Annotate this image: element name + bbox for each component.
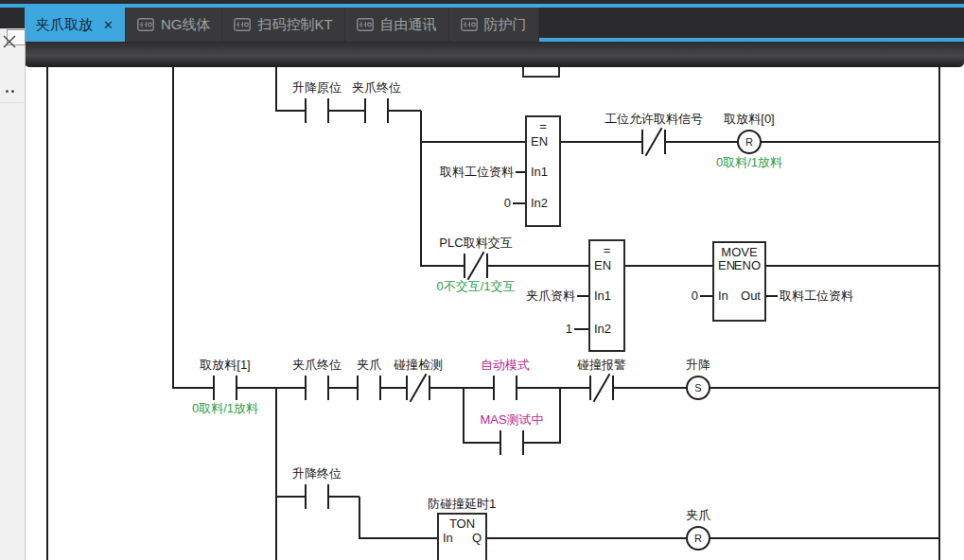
block-pin-label: In1 bbox=[531, 165, 548, 180]
contact-label: 自动模式 bbox=[420, 358, 590, 373]
wire-vertical bbox=[275, 388, 277, 560]
contact-label: 取放料[1] bbox=[140, 358, 310, 373]
ladder-coil[interactable]: R bbox=[686, 526, 710, 551]
operand-label: 1 bbox=[402, 322, 572, 337]
wire-horizontal bbox=[421, 141, 527, 143]
coil-comment: 0取料/1放料 bbox=[664, 155, 834, 170]
nc-slash bbox=[410, 374, 428, 402]
block-pin-label: EN bbox=[531, 134, 548, 149]
ladder-coil[interactable]: R bbox=[737, 130, 762, 154]
wire-horizontal bbox=[764, 295, 778, 297]
tab-label: 自由通讯 bbox=[380, 16, 437, 34]
block-pin-label: ENO bbox=[734, 258, 761, 273]
operand-label: 防碰撞延时1 bbox=[377, 497, 547, 512]
contact-label: 夹爪终位 bbox=[291, 80, 462, 96]
contact-label: 升降原位 bbox=[232, 80, 402, 96]
editor-tab[interactable]: 夹爪取放✕ bbox=[25, 8, 126, 42]
contact-label: 升降终位 bbox=[232, 466, 402, 481]
ladder-contact[interactable] bbox=[305, 98, 329, 123]
contact-comment: 0不交互/1交互 bbox=[391, 279, 561, 294]
operand-label: 取料工位资料 bbox=[343, 165, 514, 180]
ladder-coil[interactable]: S bbox=[686, 376, 710, 400]
ladder-tab-icon bbox=[357, 18, 374, 31]
block-title: TON bbox=[439, 516, 485, 531]
tab-label: 扫码控制KT bbox=[257, 16, 332, 34]
wire-horizontal bbox=[764, 265, 939, 267]
editor-tab[interactable]: 防护门 bbox=[449, 8, 539, 42]
wire-horizontal bbox=[421, 265, 590, 267]
accent-top-line bbox=[0, 4, 964, 8]
ladder-block[interactable]: TONInQ bbox=[437, 513, 487, 560]
block-pin-label: In1 bbox=[594, 289, 611, 304]
tab-label: 夹爪取放 bbox=[36, 16, 93, 34]
close-icon[interactable] bbox=[3, 35, 18, 50]
ladder-contact[interactable] bbox=[500, 430, 524, 455]
operand-label: 0 bbox=[341, 196, 511, 211]
ladder-block[interactable]: =ENIn1In2 bbox=[588, 239, 625, 352]
ladder-block[interactable]: MOVEENENOInOut bbox=[712, 241, 766, 322]
nc-slash bbox=[593, 374, 611, 402]
wire-vertical bbox=[463, 388, 464, 444]
ladder-editor-canvas[interactable]: =ENIn1In2=ENIn1In2MOVEENENOInOutTONInQ升降… bbox=[0, 0, 964, 560]
wire-vertical bbox=[420, 111, 422, 267]
wire-horizontal bbox=[623, 265, 714, 267]
ladder-contact[interactable] bbox=[406, 376, 430, 400]
contact-label: MAS测试中 bbox=[427, 412, 597, 428]
block-pin-label: In bbox=[443, 531, 453, 546]
contact-label: 碰撞检测 bbox=[333, 358, 503, 373]
contact-label: 夹爪 bbox=[284, 358, 454, 373]
editor-tab[interactable]: NG线体 bbox=[126, 8, 223, 42]
ladder-contact[interactable] bbox=[493, 376, 517, 400]
wire-vertical bbox=[275, 67, 277, 112]
block-pin-label: In2 bbox=[594, 322, 611, 337]
block-pin-label: In2 bbox=[531, 196, 548, 211]
coil-label: 升降 bbox=[613, 358, 783, 373]
ladder-tab-icon bbox=[234, 18, 251, 31]
side-panel[interactable] bbox=[0, 28, 26, 560]
panel-divider bbox=[0, 102, 24, 103]
editor-tab[interactable]: 扫码控制KT bbox=[222, 8, 344, 42]
operand-label: 取料工位资料 bbox=[780, 289, 853, 304]
ladder-contact[interactable] bbox=[589, 376, 614, 400]
block-title: MOVE bbox=[714, 245, 764, 259]
tab-label: 防护门 bbox=[484, 16, 527, 34]
block-pin-label: In bbox=[718, 289, 728, 304]
coil-label: 夹爪 bbox=[613, 508, 783, 523]
wire-horizontal bbox=[276, 110, 421, 112]
block-title: = bbox=[527, 119, 559, 133]
wire-horizontal bbox=[173, 387, 939, 389]
editor-tab[interactable]: 自由通讯 bbox=[345, 8, 449, 42]
ladder-contact[interactable] bbox=[641, 130, 666, 154]
contact-label: 工位允许取料信号 bbox=[569, 112, 739, 127]
ladder-contact[interactable] bbox=[364, 98, 389, 123]
ladder-block[interactable]: =ENIn1In2 bbox=[525, 115, 561, 227]
wire-vertical bbox=[359, 497, 360, 539]
contact-label: PLC取料交互 bbox=[391, 236, 561, 251]
ladder-contact[interactable] bbox=[305, 484, 329, 509]
wire-vertical bbox=[559, 388, 561, 444]
coil-label: 取放料[0] bbox=[664, 112, 834, 127]
block-pin-label: Q bbox=[472, 531, 482, 546]
ladder-contact[interactable] bbox=[305, 376, 329, 400]
editor-toolbar bbox=[25, 42, 964, 67]
ladder-contact[interactable] bbox=[357, 376, 381, 400]
ladder-tab-icon bbox=[461, 18, 478, 31]
block-title: = bbox=[590, 243, 623, 257]
close-tab-icon[interactable]: ✕ bbox=[103, 18, 114, 32]
tab-label: NG线体 bbox=[161, 16, 211, 34]
more-dots-icon[interactable] bbox=[6, 89, 19, 95]
tab-strip: 夹爪取放✕NG线体扫码控制KT自由通讯防护门 bbox=[25, 8, 964, 42]
contact-label: 夹爪终位 bbox=[232, 358, 402, 373]
block-pin-label: EN bbox=[718, 258, 735, 273]
nc-slash bbox=[645, 128, 663, 156]
operand-label: 夹爪资料 bbox=[405, 289, 575, 304]
contact-label: 碰撞报警 bbox=[517, 358, 687, 373]
block-pin-label: Out bbox=[741, 289, 761, 304]
contact-comment: 0取料/1放料 bbox=[140, 401, 310, 416]
nc-slash bbox=[467, 252, 485, 280]
wire-vertical bbox=[172, 67, 174, 389]
ladder-tab-icon bbox=[137, 18, 154, 31]
block-pin-label: EN bbox=[594, 258, 611, 273]
ladder-contact[interactable] bbox=[213, 376, 237, 400]
ladder-contact[interactable] bbox=[464, 254, 488, 278]
